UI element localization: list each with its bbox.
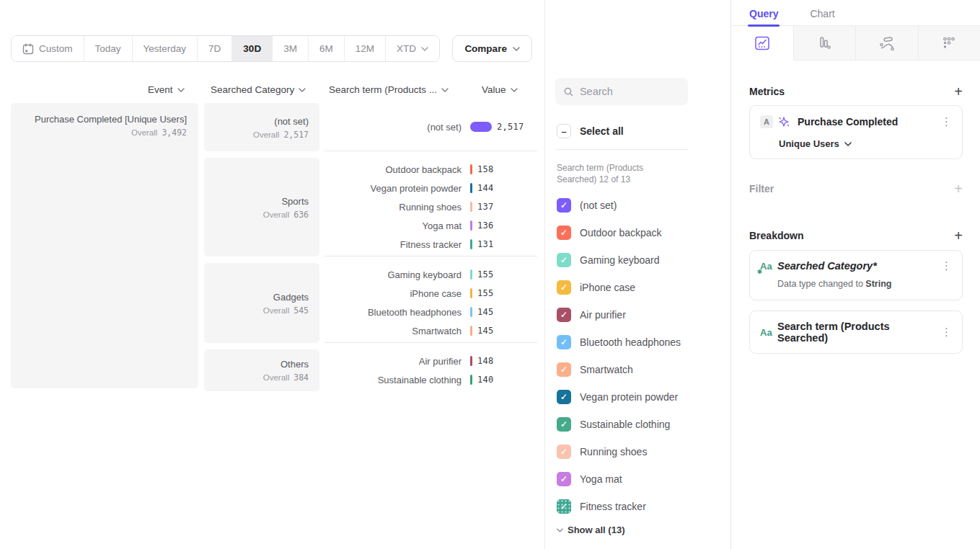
category-cell[interactable]: Others Overall384 — [204, 349, 319, 391]
term-row[interactable]: Outdoor backpack 158 — [325, 160, 537, 179]
term-label: (not set) — [325, 122, 462, 133]
term-row[interactable]: Gaming keyboard 155 — [325, 265, 537, 284]
item-checkbox[interactable]: ✓ — [557, 253, 571, 267]
legend-item[interactable]: ✓ Sustainable clothing — [555, 411, 718, 438]
metric-card[interactable]: A Purchase Completed ⋮ Unique Users — [749, 105, 963, 159]
value-bar — [470, 239, 472, 249]
column-header-event[interactable]: Event — [148, 84, 185, 95]
insights-icon — [754, 35, 770, 51]
item-checkbox[interactable]: ✓ — [557, 308, 571, 322]
term-label: Outdoor backpack — [325, 164, 462, 175]
category-cell[interactable]: Sports Overall636 — [204, 158, 319, 256]
term-row[interactable]: Air purifier 148 — [325, 352, 537, 370]
term-row[interactable]: Yoga mat 136 — [325, 216, 537, 235]
legend-item[interactable]: ✓ Vegan protein powder — [555, 383, 718, 411]
date-range-custom[interactable]: Custom — [12, 36, 84, 61]
date-range-yesterday[interactable]: Yesterday — [133, 36, 198, 61]
legend-item[interactable]: ✓ Smartwatch — [555, 356, 718, 383]
term-value: 145 — [477, 307, 494, 317]
legend-item[interactable]: ✓ Yoga mat — [555, 465, 718, 493]
item-checkbox[interactable]: ✓ — [557, 417, 571, 432]
metric-kebab-menu[interactable]: ⋮ — [941, 117, 952, 127]
item-checkbox[interactable]: ✓ — [557, 280, 571, 295]
date-range-6m[interactable]: 6M — [309, 36, 345, 61]
breakdown-card[interactable]: Aa✱ Searched Category* ⋮ Data type chang… — [749, 250, 963, 300]
date-range-30d[interactable]: 30D — [232, 36, 273, 61]
item-checkbox[interactable]: ✓ — [557, 390, 571, 404]
legend-item[interactable]: ✓ Gaming keyboard — [555, 246, 718, 274]
category-cell[interactable]: (not set) Overall2,517 — [204, 103, 319, 151]
tab-query[interactable]: Query — [749, 0, 778, 25]
term-label: Yoga mat — [325, 220, 462, 231]
funnels-icon — [816, 35, 832, 51]
select-all-label: Select all — [580, 125, 624, 137]
item-checkbox[interactable]: ✓ — [557, 226, 571, 240]
term-row[interactable]: Sustainable clothing 140 — [325, 370, 537, 389]
item-label: Air purifier — [580, 309, 626, 321]
add-metric-button[interactable]: + — [954, 86, 963, 97]
breakdown-kebab-menu[interactable]: ⋮ — [941, 327, 952, 337]
search-input[interactable] — [580, 86, 679, 97]
item-checkbox[interactable]: ✓ — [557, 335, 571, 349]
term-row[interactable]: Running shoes 137 — [325, 197, 537, 216]
legend-item[interactable]: ✓ Air purifier — [555, 301, 718, 329]
legend-item[interactable]: ✓ Running shoes — [555, 438, 718, 465]
date-range-12m[interactable]: 12M — [345, 36, 386, 61]
compare-button[interactable]: Compare — [452, 35, 532, 62]
add-breakdown-button[interactable]: + — [954, 231, 963, 241]
column-header-search-term[interactable]: Search term (Products ... — [329, 84, 449, 95]
item-checkbox[interactable]: ✓ — [557, 362, 571, 377]
report-tab-flows[interactable] — [856, 26, 919, 61]
breakdown-property-name: Searched Category* — [777, 260, 877, 272]
category-cell[interactable]: Gadgets Overall545 — [204, 263, 319, 343]
category-name: Gadgets — [215, 291, 309, 303]
event-cell[interactable]: Purchase Completed [Unique Users] Overal… — [11, 103, 198, 388]
legend-item[interactable]: ✓ Outdoor backpack — [555, 219, 718, 246]
column-header-searched-category[interactable]: Searched Category — [211, 84, 306, 95]
show-all-toggle[interactable]: Show all (13) — [555, 525, 718, 535]
item-checkbox[interactable]: ✓ — [557, 499, 571, 514]
category-groups: (not set) Overall2,517 (not set) 2,517 S… — [204, 103, 537, 398]
add-filter-button[interactable]: + — [954, 184, 963, 194]
column-header-value[interactable]: Value — [482, 84, 518, 95]
date-range-7d[interactable]: 7D — [198, 36, 232, 61]
item-checkbox[interactable]: ✓ — [557, 445, 571, 459]
flows-icon — [878, 35, 896, 51]
select-all-row[interactable]: – Select all — [555, 124, 718, 138]
search-box[interactable] — [555, 78, 688, 105]
category-group: Gadgets Overall545 Gaming keyboard 155 i… — [204, 263, 537, 343]
term-label: Gaming keyboard — [325, 269, 462, 280]
term-row[interactable]: Vegan protein powder 144 — [325, 179, 537, 197]
term-row[interactable]: Bluetooth headphones 145 — [325, 303, 537, 321]
item-checkbox[interactable]: ✓ — [557, 198, 571, 213]
measure-selector[interactable]: Unique Users — [779, 138, 952, 149]
report-tab-retention[interactable] — [919, 26, 980, 61]
term-value: 2,517 — [497, 122, 524, 132]
term-row[interactable]: Fitness tracker 131 — [325, 235, 537, 254]
term-row[interactable]: Smartwatch 145 — [325, 321, 537, 340]
item-checkbox[interactable]: ✓ — [557, 472, 571, 486]
term-label: Vegan protein powder — [325, 183, 462, 194]
legend-item[interactable]: ✓ iPhone case — [555, 274, 718, 301]
legend-item[interactable]: ✓ (not set) — [555, 192, 718, 219]
report-tab-insights[interactable] — [731, 26, 794, 61]
term-value: 145 — [477, 326, 494, 336]
item-label: Bluetooth headphones — [580, 336, 681, 348]
tab-chart[interactable]: Chart — [810, 0, 834, 25]
breakdown-card[interactable]: Aa Search term (Products Searched) ⋮ — [749, 311, 963, 354]
date-range-xtd[interactable]: XTD — [386, 36, 439, 61]
legend-item[interactable]: ✓ Bluetooth headphones — [555, 329, 718, 356]
query-content: Metrics + A Purchase Completed ⋮ Unique … — [731, 86, 980, 354]
date-range-today[interactable]: Today — [84, 36, 133, 61]
show-all-label: Show all (13) — [568, 525, 624, 535]
select-all-checkbox[interactable]: – — [557, 124, 571, 138]
item-label: Yoga mat — [580, 473, 622, 485]
legend-item[interactable]: ✓ Fitness tracker — [555, 493, 718, 520]
breakdown-kebab-menu[interactable]: ⋮ — [941, 261, 952, 271]
term-row[interactable]: (not set) 2,517 — [325, 117, 537, 136]
item-label: Smartwatch — [580, 364, 633, 375]
legend-panel: – Select all Search term (Products Searc… — [544, 0, 730, 549]
date-range-3m[interactable]: 3M — [273, 36, 309, 61]
report-tab-funnels[interactable] — [794, 26, 857, 61]
term-row[interactable]: iPhone case 155 — [325, 284, 537, 303]
